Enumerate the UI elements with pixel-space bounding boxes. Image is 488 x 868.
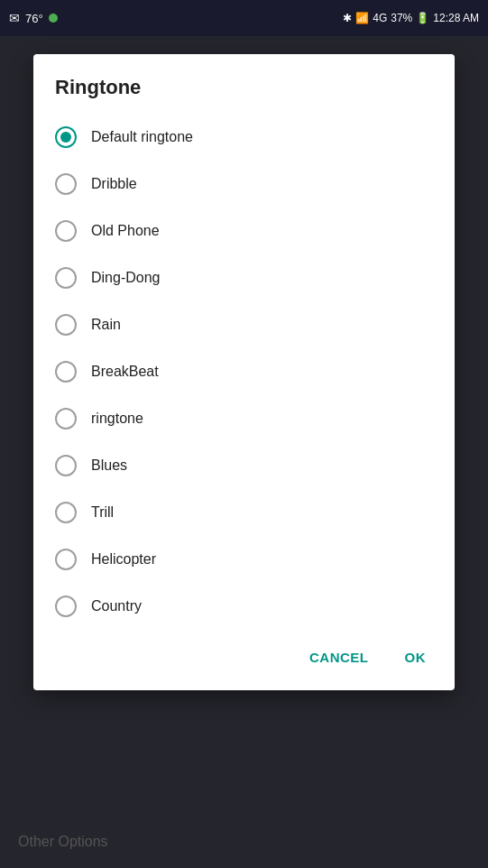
battery-percent: 37% <box>391 12 412 24</box>
ringtone-item[interactable]: Default ringtone <box>33 114 455 161</box>
ringtone-item[interactable]: Rain <box>33 301 455 348</box>
wifi-icon: 📶 <box>355 12 369 24</box>
status-right: ✱ 📶 4G 37% 🔋 12:28 AM <box>343 12 479 24</box>
ringtone-label: Helicopter <box>91 551 156 568</box>
radio-button <box>55 220 77 242</box>
ringtone-label: Country <box>91 598 142 614</box>
ringtone-label: Trill <box>91 504 114 521</box>
ringtone-label: Old Phone <box>91 223 160 239</box>
temperature: 76° <box>25 12 43 25</box>
radio-button <box>55 455 77 476</box>
radio-button <box>55 173 77 195</box>
ringtone-item[interactable]: Helicopter <box>33 536 455 583</box>
radio-button <box>55 267 77 289</box>
ok-button[interactable]: OK <box>391 641 441 674</box>
notification-icon: ✉ <box>9 11 20 25</box>
ringtone-label: BreakBeat <box>91 364 159 380</box>
cancel-button[interactable]: CANCEL <box>295 641 383 674</box>
ringtone-item[interactable]: Dribble <box>33 161 455 208</box>
ringtone-item[interactable]: Trill <box>33 489 455 536</box>
radio-button <box>55 502 77 523</box>
time: 12:28 AM <box>433 12 479 24</box>
ringtone-label: Rain <box>91 317 121 333</box>
radio-button <box>55 314 77 336</box>
ringtone-label: Blues <box>91 457 127 474</box>
ringtone-item[interactable]: BreakBeat <box>33 348 455 395</box>
ringtone-item[interactable]: Ding-Dong <box>33 254 455 301</box>
ringtone-label: Ding-Dong <box>91 270 160 286</box>
radio-button <box>55 596 77 617</box>
ringtone-list: Default ringtoneDribbleOld PhoneDing-Don… <box>33 114 455 630</box>
bluetooth-icon: ✱ <box>343 12 352 24</box>
ringtone-item[interactable]: Country <box>33 583 455 630</box>
ringtone-label: Default ringtone <box>91 129 193 145</box>
battery-icon: 🔋 <box>416 12 429 24</box>
ringtone-label: Dribble <box>91 176 137 192</box>
ringtone-item[interactable]: ringtone <box>33 395 455 442</box>
status-bar: ✉ 76° ✱ 📶 4G 37% 🔋 12:28 AM <box>0 0 488 36</box>
signal-icon: 4G <box>373 12 387 24</box>
ringtone-item[interactable]: Old Phone <box>33 208 455 254</box>
radio-button <box>55 126 77 148</box>
radio-button <box>55 549 77 570</box>
green-dot <box>49 14 58 23</box>
radio-button <box>55 361 77 383</box>
radio-button <box>55 408 77 429</box>
ringtone-label: ringtone <box>91 411 143 427</box>
ringtone-item[interactable]: Blues <box>33 442 455 489</box>
status-left: ✉ 76° <box>9 11 58 25</box>
dialog-title: Ringtone <box>33 54 455 114</box>
ringtone-dialog: Ringtone Default ringtoneDribbleOld Phon… <box>33 54 455 690</box>
dialog-actions: CANCEL OK <box>33 633 455 681</box>
